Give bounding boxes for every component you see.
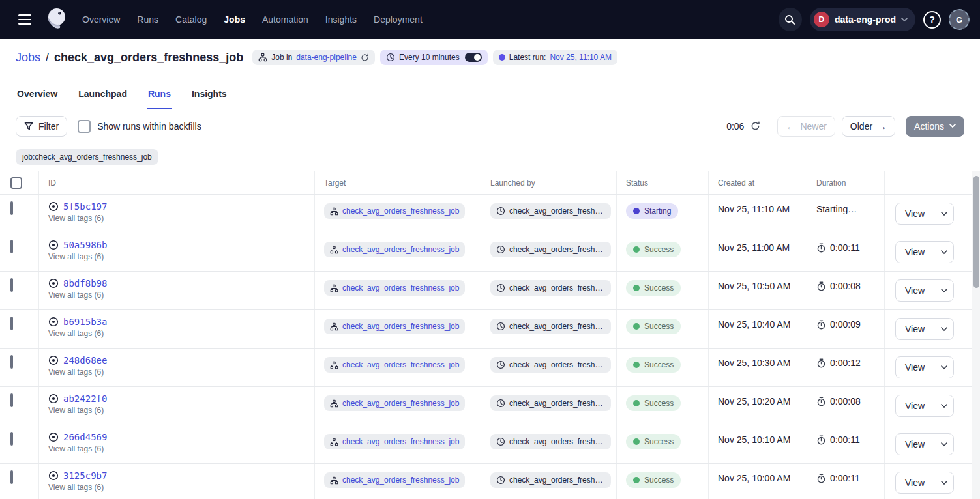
row-checkbox[interactable] [10, 317, 13, 330]
run-id-link[interactable]: 8bdf8b98 [63, 278, 107, 289]
view-all-tags-link[interactable]: View all tags (6) [48, 329, 309, 338]
tab-insights[interactable]: Insights [190, 89, 228, 109]
breadcrumb-jobs-link[interactable]: Jobs [16, 51, 40, 64]
job-location-badge: Job in data-eng-pipeline [252, 50, 375, 65]
target-job-link[interactable]: check_avg_orders_freshness_job [342, 360, 459, 369]
nav-item-automation[interactable]: Automation [262, 14, 308, 25]
status-cell: Success [616, 233, 708, 271]
schedule-toggle[interactable] [465, 53, 482, 62]
scrollbar-thumb[interactable] [973, 176, 979, 288]
refresh-countdown: 0:06 [726, 121, 744, 132]
workspace-switcher[interactable]: D data-eng-prod [810, 8, 915, 31]
pipeline-link[interactable]: data-eng-pipeline [296, 53, 357, 62]
view-button[interactable]: View [896, 472, 934, 493]
view-button[interactable]: View [896, 434, 934, 455]
search-button[interactable] [779, 8, 802, 31]
refresh-icon[interactable] [750, 121, 760, 131]
view-all-tags-link[interactable]: View all tags (6) [48, 367, 309, 377]
row-select-cell [0, 310, 38, 348]
target-job-link[interactable]: check_avg_orders_freshness_job [342, 437, 459, 446]
target-cell: check_avg_orders_freshness_job [314, 387, 481, 425]
filter-button[interactable]: Filter [16, 116, 67, 137]
view-button[interactable]: View [896, 357, 934, 378]
view-dropdown-button[interactable] [934, 242, 953, 263]
target-job-link[interactable]: check_avg_orders_freshness_job [342, 476, 459, 485]
clock-icon [496, 207, 505, 216]
chevron-down-icon [941, 404, 947, 408]
run-id-link[interactable]: 50a5986b [63, 240, 107, 250]
nav-item-insights[interactable]: Insights [325, 14, 357, 25]
tab-overview[interactable]: Overview [16, 89, 59, 109]
vertical-scrollbar[interactable] [972, 171, 980, 499]
tab-launchpad[interactable]: Launchpad [77, 89, 128, 109]
view-dropdown-button[interactable] [934, 434, 953, 455]
target-job-link[interactable]: check_avg_orders_freshness_job [342, 322, 459, 331]
run-id-link[interactable]: b6915b3a [63, 317, 107, 327]
view-all-tags-link[interactable]: View all tags (6) [48, 444, 309, 453]
view-dropdown-button[interactable] [934, 472, 953, 493]
latest-run-link[interactable]: Nov 25, 11:10 AM [550, 53, 612, 62]
run-target-icon [48, 278, 59, 289]
target-pill: check_avg_orders_freshness_job [324, 242, 465, 257]
row-checkbox[interactable] [10, 432, 13, 446]
created-at-value: Nov 25, 10:30 AM [718, 355, 801, 368]
view-all-tags-link[interactable]: View all tags (6) [48, 214, 309, 223]
job-graph-icon [258, 53, 267, 62]
view-all-tags-link[interactable]: View all tags (6) [48, 291, 309, 300]
view-button[interactable]: View [896, 319, 934, 339]
view-split-button: View [895, 356, 954, 378]
view-dropdown-button[interactable] [934, 319, 953, 339]
help-button[interactable]: ? [923, 11, 941, 29]
view-button[interactable]: View [896, 395, 934, 416]
user-avatar[interactable]: G [949, 9, 970, 30]
run-id-link[interactable]: 3125c9b7 [63, 470, 107, 481]
view-button[interactable]: View [896, 280, 934, 301]
hamburger-menu-button[interactable] [12, 7, 38, 33]
target-pill: check_avg_orders_freshness_job [324, 203, 465, 219]
actions-cell: View [884, 387, 972, 425]
nav-item-runs[interactable]: Runs [137, 14, 158, 25]
view-dropdown-button[interactable] [934, 203, 953, 224]
row-checkbox[interactable] [10, 470, 13, 484]
target-job-link[interactable]: check_avg_orders_freshness_job [342, 283, 459, 292]
select-all-checkbox[interactable] [10, 177, 22, 189]
nav-item-jobs[interactable]: Jobs [224, 14, 245, 25]
row-checkbox[interactable] [10, 278, 13, 292]
created-at-cell: Nov 25, 10:10 AM [708, 425, 807, 463]
launched-by-pill: check_avg_orders_freshn… [490, 203, 611, 219]
job-filter-tag[interactable]: job:check_avg_orders_freshness_job [16, 149, 158, 165]
view-button[interactable]: View [896, 242, 934, 263]
run-id-link[interactable]: 266d4569 [63, 432, 107, 442]
actions-button[interactable]: Actions [906, 116, 964, 137]
nav-item-deployment[interactable]: Deployment [374, 14, 423, 25]
clock-icon [496, 283, 505, 292]
target-job-link[interactable]: check_avg_orders_freshness_job [342, 207, 459, 216]
view-dropdown-button[interactable] [934, 395, 953, 416]
view-all-tags-link[interactable]: View all tags (6) [48, 252, 309, 261]
run-id-link[interactable]: 5f5bc197 [63, 201, 107, 212]
target-job-link[interactable]: check_avg_orders_freshness_job [342, 399, 459, 408]
view-dropdown-button[interactable] [934, 357, 953, 378]
view-dropdown-button[interactable] [934, 280, 953, 301]
launched-by-schedule: check_avg_orders_freshn… [509, 283, 605, 292]
row-checkbox[interactable] [10, 355, 13, 369]
nav-item-catalog[interactable]: Catalog [175, 14, 207, 25]
row-select-cell [0, 387, 38, 425]
column-header-status: Status [616, 171, 708, 194]
row-checkbox[interactable] [10, 201, 13, 215]
row-checkbox[interactable] [10, 240, 13, 253]
run-id-link[interactable]: 248d68ee [63, 355, 107, 365]
target-job-link[interactable]: check_avg_orders_freshness_job [342, 245, 459, 254]
older-button[interactable]: Older → [842, 116, 895, 137]
newer-button[interactable]: ← Newer [777, 116, 835, 137]
backfills-checkbox[interactable] [78, 120, 91, 133]
duration-value: 0:00:11 [830, 473, 860, 483]
tab-runs[interactable]: Runs [147, 89, 172, 109]
row-checkbox[interactable] [10, 393, 13, 407]
view-all-tags-link[interactable]: View all tags (6) [48, 483, 309, 492]
view-button[interactable]: View [896, 203, 934, 224]
reload-icon[interactable] [361, 53, 369, 62]
view-all-tags-link[interactable]: View all tags (6) [48, 406, 309, 415]
nav-item-overview[interactable]: Overview [82, 14, 120, 25]
run-id-link[interactable]: ab2422f0 [63, 393, 107, 404]
